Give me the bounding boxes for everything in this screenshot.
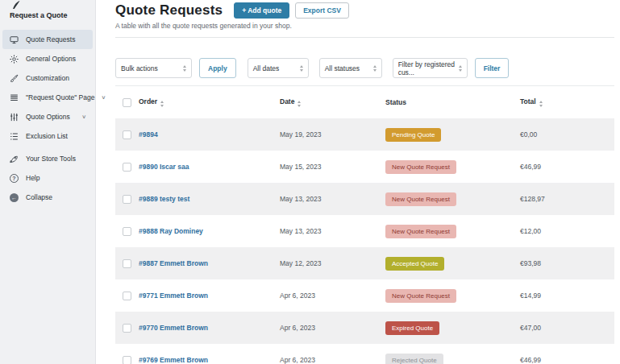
row-checkbox[interactable] <box>123 259 131 268</box>
quote-total: €12,00 <box>520 227 614 235</box>
all-dates-select[interactable]: All dates <box>248 58 309 78</box>
row-checkbox[interactable] <box>123 356 131 364</box>
row-checkbox[interactable] <box>123 227 131 236</box>
sidebar-item-label: Quote Requests <box>26 35 75 43</box>
order-link[interactable]: #9888 Ray Dominey <box>139 227 203 235</box>
all-dates-value: All dates <box>253 64 280 72</box>
quote-total: €93,98 <box>520 259 614 267</box>
customer-filter-select[interactable]: Filter by registered cus... <box>393 58 468 78</box>
sidebar-item-help[interactable]: ? Help <box>2 168 93 188</box>
quote-total: €46,99 <box>520 163 614 171</box>
order-link[interactable]: #9889 testy test <box>139 195 189 203</box>
table-row: #9889 testy test May 13, 2023 New Quote … <box>115 183 614 215</box>
page-lines-icon <box>9 93 19 103</box>
row-checkbox[interactable] <box>123 324 131 333</box>
quote-total: €47,00 <box>520 324 614 332</box>
bulk-actions-value: Bulk actions <box>121 64 158 72</box>
sidebar-item-label: Collapse <box>26 193 52 201</box>
apply-button[interactable]: Apply <box>199 58 236 78</box>
select-stepper-icon <box>300 65 303 72</box>
table-header-row: Order Date Status Total <box>115 86 614 118</box>
monitor-icon <box>9 35 19 45</box>
quote-date: May 13, 2023 <box>280 227 385 235</box>
sidebar-nav: Quote Requests General Options Customiza… <box>0 30 95 207</box>
status-badge: Accepted Quote <box>385 257 444 271</box>
table-row: #9769 Emmett Brown Apr 6, 2023 Rejected … <box>115 344 614 364</box>
bulk-actions-select[interactable]: Bulk actions <box>115 58 192 78</box>
app-window: Request a Quote Quote Requests General O… <box>0 0 620 364</box>
main-content: Quote Requests + Add quote Export CSV A … <box>96 0 620 364</box>
sidebar-item-collapse[interactable]: ← Collapse <box>2 188 93 207</box>
status-badge: New Quote Request <box>385 160 456 174</box>
quote-date: Apr 6, 2023 <box>280 324 385 332</box>
sidebar-item-your-store-tools[interactable]: Your Store Tools <box>2 149 93 168</box>
quote-total: €46,99 <box>520 356 614 364</box>
sidebar-item-request-quote-page[interactable]: "Request Quote" Page ∨ <box>2 88 93 107</box>
all-statuses-select[interactable]: All statuses <box>319 58 382 78</box>
quote-date: Apr 6, 2023 <box>280 292 385 300</box>
all-statuses-value: All statuses <box>325 64 360 72</box>
table-row: #9770 Emmett Brown Apr 6, 2023 Expired Q… <box>115 312 614 344</box>
sidebar-item-exclusion-list[interactable]: Exclusion List <box>2 126 93 146</box>
chevron-down-icon: ∨ <box>101 95 106 100</box>
select-stepper-icon <box>183 65 186 72</box>
gear-icon <box>9 54 19 64</box>
quote-date: May 15, 2023 <box>280 163 385 171</box>
add-quote-button[interactable]: + Add quote <box>234 2 289 19</box>
quote-total: €0,00 <box>520 130 614 139</box>
order-link[interactable]: #9770 Emmett Brown <box>139 324 208 332</box>
table-row: #9771 Emmett Brown Apr 6, 2023 New Quote… <box>115 279 614 312</box>
quote-date: May 12, 2023 <box>280 259 385 267</box>
status-badge: New Quote Request <box>385 192 456 206</box>
filter-button[interactable]: Filter <box>475 58 510 78</box>
row-checkbox[interactable] <box>123 163 131 172</box>
status-badge: New Quote Request <box>385 225 456 238</box>
order-link[interactable]: #9890 Iscar saa <box>139 163 189 171</box>
column-header-order[interactable]: Order <box>139 97 280 107</box>
filters-bar: Bulk actions Apply All dates All statuse… <box>115 58 614 78</box>
collapse-circle-icon: ← <box>9 192 19 203</box>
order-link[interactable]: #9771 Emmett Brown <box>139 292 208 300</box>
table-row: #9887 Emmett Brown May 12, 2023 Accepted… <box>115 247 614 279</box>
plugin-brand: Request a Quote <box>0 0 95 19</box>
table-row: #9888 Ray Dominey May 13, 2023 New Quote… <box>115 215 614 247</box>
plugin-sidebar: Request a Quote Quote Requests General O… <box>0 0 96 364</box>
table-row: #9894 May 19, 2023 Pending Quote €0,00 <box>115 118 614 151</box>
status-badge: Expired Quote <box>385 321 439 335</box>
sidebar-item-quote-options[interactable]: Quote Options ∨ <box>2 107 93 126</box>
quotes-table: Order Date Status Total #9894 May 19, 20… <box>115 85 614 364</box>
select-all-checkbox[interactable] <box>123 98 131 107</box>
column-header-total[interactable]: Total <box>520 97 614 107</box>
sidebar-item-general-options[interactable]: General Options <box>2 49 93 68</box>
order-link[interactable]: #9894 <box>139 130 158 139</box>
page-title: Quote Requests <box>115 2 223 19</box>
sidebar-item-label: Exclusion List <box>26 132 68 140</box>
sort-icon <box>160 101 164 107</box>
rocket-icon <box>9 154 19 164</box>
order-link[interactable]: #9887 Emmett Brown <box>139 259 208 267</box>
status-badge: Rejected Quote <box>385 354 443 364</box>
export-csv-button[interactable]: Export CSV <box>295 2 349 19</box>
header-buttons: + Add quote Export CSV <box>234 2 349 19</box>
row-checkbox[interactable] <box>123 130 131 139</box>
sidebar-item-label: Help <box>26 174 40 182</box>
quote-date: Apr 6, 2023 <box>280 356 385 364</box>
list-icon <box>9 131 19 142</box>
sliders-icon <box>9 112 19 122</box>
column-header-date[interactable]: Date <box>280 97 385 107</box>
sidebar-item-customization[interactable]: Customization <box>2 68 93 88</box>
sidebar-item-quote-requests[interactable]: Quote Requests <box>2 30 93 49</box>
page-subtitle: A table with all the quote requests gene… <box>115 22 614 30</box>
brush-icon <box>9 73 19 84</box>
row-checkbox[interactable] <box>123 292 131 300</box>
order-link[interactable]: #9769 Emmett Brown <box>139 356 208 364</box>
question-circle-icon: ? <box>9 173 19 184</box>
quill-logo-icon <box>10 0 85 9</box>
quote-total: €14,99 <box>520 292 614 300</box>
quote-total: €128,97 <box>520 195 614 203</box>
quote-date: May 13, 2023 <box>280 195 385 203</box>
plugin-title: Request a Quote <box>10 11 85 19</box>
table-row: #9890 Iscar saa May 15, 2023 New Quote R… <box>115 151 614 183</box>
sidebar-item-label: Customization <box>26 74 69 82</box>
row-checkbox[interactable] <box>123 195 131 204</box>
